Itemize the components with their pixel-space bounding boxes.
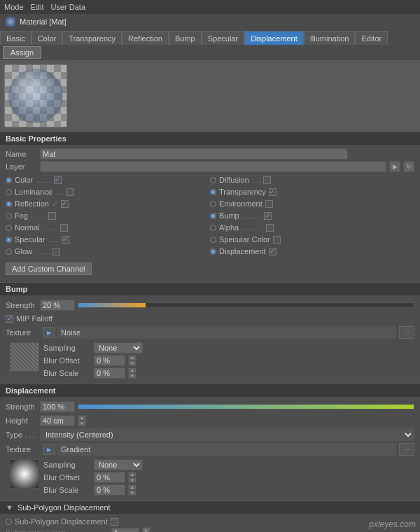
bump-strength-input[interactable] [40, 300, 75, 311]
disp-texture-row: Texture ▶ Gradient ··· [6, 442, 414, 457]
tab-reflection[interactable]: Reflection [122, 31, 169, 45]
normal-check[interactable] [60, 224, 68, 232]
layer-refresh-btn[interactable]: ↻ [403, 161, 414, 172]
reflection-radio[interactable] [6, 201, 12, 207]
alpha-check[interactable] [266, 224, 274, 232]
disp-height-stepper[interactable]: ▲ ▼ [78, 415, 86, 426]
sub-poly-arrow[interactable]: ▼ [6, 503, 13, 512]
tab-bump[interactable]: Bump [169, 31, 202, 45]
tab-displacement[interactable]: Displacement [244, 31, 304, 45]
fog-radio[interactable] [6, 213, 12, 219]
menu-userdata[interactable]: User Data [51, 3, 86, 11]
diffusion-check[interactable] [263, 176, 271, 184]
disp-height-input[interactable] [40, 415, 75, 426]
subdiv-level-input[interactable] [111, 528, 139, 532]
sub-poly-header: ▼ Sub-Polygon Displacement [0, 500, 420, 514]
specular-check[interactable] [62, 236, 69, 244]
specular-color-check[interactable] [273, 236, 281, 244]
luminance-check[interactable] [66, 188, 74, 196]
diffusion-radio[interactable] [210, 177, 216, 183]
channel-bump-label: Bump [219, 211, 239, 220]
disp-blur-offset-input[interactable] [94, 472, 125, 483]
sub-poly-enable-radio[interactable] [6, 519, 12, 525]
name-input[interactable] [40, 148, 348, 160]
layer-arrow-btn[interactable]: ▶ [389, 161, 400, 172]
channel-displacement-label: Displacement [219, 247, 266, 255]
bump-blur-scale-stepper[interactable]: ▲ ▼ [128, 368, 136, 379]
channel-diffusion: Diffusion .... [210, 174, 414, 186]
sub-poly-content: Sub-Polygon Displacement Subdivision Lev… [0, 514, 420, 532]
disp-blur-offset-row: Blur Offset ▲ ▼ [43, 472, 143, 483]
material-icon [6, 17, 15, 27]
channel-glow-label: Glow [15, 247, 32, 255]
tab-specular[interactable]: Specular [202, 31, 244, 45]
disp-height-row: Height ▲ ▼ [6, 414, 414, 428]
bump-blur-offset-input[interactable] [94, 355, 125, 366]
displacement-check[interactable] [269, 248, 276, 255]
disp-sampling-select[interactable]: None [94, 459, 143, 470]
disp-blur-scale-input[interactable] [94, 484, 125, 496]
channel-bump: Bump ......... [210, 210, 414, 221]
bump-texture-row: Texture ▶ Noise ··· [6, 325, 414, 340]
tab-basic[interactable]: Basic [0, 31, 31, 45]
bump-radio[interactable] [210, 213, 216, 219]
disp-strength-slider[interactable] [78, 404, 414, 410]
bump-check[interactable] [264, 212, 272, 220]
bump-blur-scale-input[interactable] [94, 368, 125, 379]
specular-radio[interactable] [6, 237, 12, 243]
bump-strength-slider[interactable] [78, 302, 414, 308]
tab-editor[interactable]: Editor [355, 31, 388, 45]
assign-button[interactable]: Assign [3, 46, 41, 59]
disp-blur-offset-stepper[interactable]: ▲ ▼ [128, 472, 136, 483]
channel-transparency-label: Transparency [219, 188, 266, 196]
bump-content: Strength MIP Falloff Texture ▶ Noise ···… [0, 295, 420, 384]
bump-texture-play[interactable]: ▶ [43, 327, 55, 338]
channel-fog: Fog ....... [6, 210, 210, 221]
bump-texture-more[interactable]: ··· [399, 326, 414, 339]
menu-edit[interactable]: Edit [31, 3, 44, 11]
tab-transparency[interactable]: Transparency [62, 31, 122, 45]
tab-color[interactable]: Color [31, 31, 62, 45]
glow-radio[interactable] [6, 248, 12, 255]
glow-check[interactable] [52, 248, 60, 255]
fog-check[interactable] [48, 212, 56, 220]
bump-texture-detail: Sampling None Blur Offset ▲ ▼ Blur Scale… [6, 340, 414, 381]
channel-fog-label: Fog [15, 211, 28, 220]
displacement-radio[interactable] [210, 248, 216, 255]
channel-glow: Glow ....... [6, 246, 210, 257]
bump-strength-fill [78, 303, 146, 307]
layer-input[interactable] [40, 161, 386, 172]
sub-poly-enable-row: Sub-Polygon Displacement [6, 516, 414, 527]
add-custom-channel-button[interactable]: Add Custom Channel [6, 262, 92, 275]
preview-area [0, 60, 420, 132]
disp-texture-more[interactable]: ··· [399, 443, 414, 456]
disp-strength-input[interactable] [40, 401, 75, 412]
bump-texture-name: Noise [57, 326, 396, 339]
normal-radio[interactable] [6, 225, 12, 231]
disp-texture-play[interactable]: ▶ [43, 444, 55, 455]
sub-poly-enable-check[interactable] [111, 518, 118, 526]
luminance-radio[interactable] [6, 189, 12, 195]
environment-check[interactable] [265, 200, 273, 208]
disp-type-select[interactable]: Intensity (Centered) Intensity Red/Green… [40, 428, 414, 441]
menu-mode[interactable]: Mode [4, 3, 24, 11]
subdiv-level-stepper[interactable]: ▲ ▼ [142, 527, 150, 532]
environment-radio[interactable] [210, 201, 216, 207]
channel-color-label: Color [15, 176, 33, 184]
reflection-check[interactable] [61, 200, 69, 208]
transparency-radio[interactable] [210, 189, 216, 195]
disp-blur-scale-stepper[interactable]: ▲ ▼ [128, 484, 136, 496]
specular-color-radio[interactable] [210, 237, 216, 243]
disp-type-row: Type . . . Intensity (Centered) Intensit… [6, 428, 414, 442]
alpha-radio[interactable] [210, 225, 216, 231]
disp-texture-detail: Sampling None Blur Offset ▲ ▼ Blur Scale… [6, 457, 414, 498]
bump-blur-offset-stepper[interactable]: ▲ ▼ [128, 355, 136, 366]
color-radio[interactable] [6, 177, 12, 183]
bump-sampling-label: Sampling [43, 344, 91, 352]
mip-falloff-check[interactable] [6, 315, 13, 323]
bump-sampling-select[interactable]: None [94, 342, 143, 354]
color-check[interactable] [54, 176, 62, 184]
bump-texture-thumb [10, 342, 39, 372]
tab-illumination[interactable]: Illumination [304, 31, 356, 45]
transparency-check[interactable] [269, 188, 276, 196]
